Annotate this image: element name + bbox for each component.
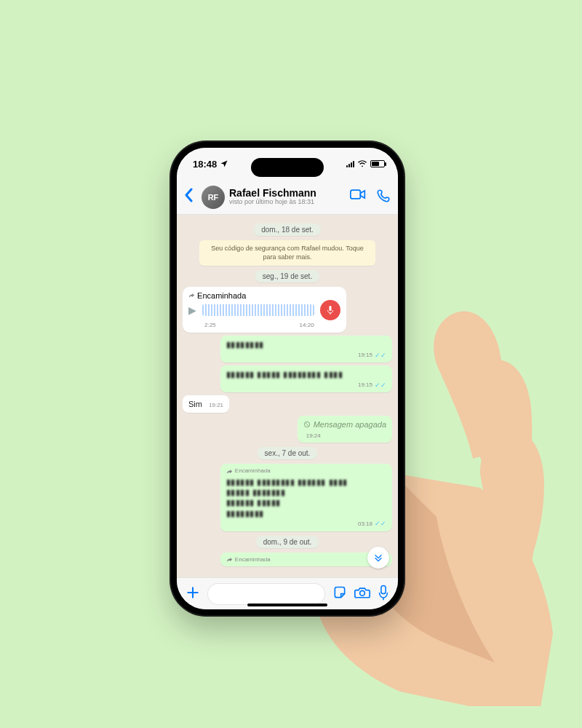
- voice-play-button[interactable]: ▶: [188, 304, 196, 316]
- video-call-button[interactable]: [350, 189, 366, 206]
- chat-header: RF Rafael Fischmann visto por último hoj…: [177, 180, 398, 215]
- message-received[interactable]: Sim 19:21: [183, 395, 229, 412]
- forwarded-label: Encaminhada: [226, 467, 386, 475]
- message-deleted[interactable]: Mensagem apagada 19:24: [298, 416, 392, 443]
- attach-button[interactable]: [186, 585, 200, 603]
- voice-timestamp: 14:20: [300, 322, 314, 328]
- message-text: ▮▮▮▮▮▮ ▮▮▮▮▮: [226, 497, 386, 507]
- mic-icon: [326, 305, 335, 315]
- wifi-icon: [357, 160, 367, 167]
- dynamic-island: [251, 158, 324, 177]
- date-separator: sex., 7 de out.: [258, 447, 318, 459]
- message-text: ▮▮▮▮▮ ▮▮▮▮▮▮▮: [226, 487, 386, 497]
- phone-frame: 18:48 RF Rafael Fischmann visto por últi…: [171, 142, 404, 615]
- contact-last-seen: visto por último hoje às 18:31: [229, 199, 346, 206]
- svg-point-0: [362, 165, 363, 167]
- message-text: ▮▮▮▮▮▮ ▮▮▮▮▮▮▮▮ ▮▮▮▮▮▮ ▮▮▮▮: [226, 477, 386, 487]
- location-arrow-icon: [220, 159, 228, 168]
- home-indicator: [247, 604, 327, 606]
- video-icon: [350, 189, 366, 200]
- phone-screen: 18:48 RF Rafael Fischmann visto por últi…: [177, 148, 398, 609]
- forwarded-label: Encaminhada: [188, 291, 340, 300]
- message-time: 19:15: [358, 381, 372, 389]
- date-separator: dom., 18 de set.: [254, 223, 321, 236]
- read-ticks-icon: ✓✓: [375, 352, 386, 360]
- message-time: 03:18: [358, 521, 372, 528]
- message-time: 19:21: [209, 402, 223, 408]
- security-notice[interactable]: Seu código de segurança com Rafael mudou…: [199, 240, 375, 266]
- contact-name: Rafael Fischmann: [229, 188, 346, 199]
- svg-point-5: [360, 590, 365, 596]
- read-ticks-icon: ✓✓: [375, 381, 386, 390]
- voice-call-button[interactable]: [376, 189, 391, 206]
- mic-button[interactable]: [378, 585, 389, 604]
- message-text: ▮▮▮▮▮▮▮▮: [226, 339, 386, 349]
- message-time: 19:15: [358, 352, 372, 359]
- sticker-button[interactable]: [332, 585, 347, 603]
- chevron-down-double-icon: [372, 552, 384, 563]
- deleted-label: Mensagem apagada: [314, 419, 386, 430]
- battery-icon: [370, 160, 385, 167]
- date-separator: dom., 9 de out.: [256, 536, 319, 548]
- status-time: 18:48: [193, 159, 217, 170]
- message-input[interactable]: [207, 583, 325, 605]
- voice-duration: 2:25: [204, 322, 216, 328]
- svg-rect-6: [381, 585, 386, 593]
- message-text: ▮▮▮▮▮▮▮▮: [226, 508, 386, 518]
- message-time: 19:24: [306, 432, 321, 439]
- message-sent[interactable]: ▮▮▮▮▮▮ ▮▮▮▮▮ ▮▮▮▮▮▮▮▮ ▮▮▮▮ 19:15✓✓: [220, 365, 392, 392]
- cellular-signal-icon: [346, 160, 354, 167]
- forwarded-label: Encaminhada: [226, 556, 386, 563]
- svg-rect-2: [329, 306, 331, 311]
- voice-waveform[interactable]: [202, 304, 314, 316]
- message-text: ▮▮▮▮▮▮ ▮▮▮▮▮ ▮▮▮▮▮▮▮▮ ▮▮▮▮: [226, 369, 386, 379]
- blocked-icon: [303, 421, 311, 428]
- read-ticks-icon: ✓✓: [375, 520, 386, 529]
- chat-scroll-area[interactable]: dom., 18 de set. Seu código de segurança…: [177, 215, 398, 577]
- contact-title[interactable]: Rafael Fischmann visto por último hoje à…: [229, 188, 346, 206]
- mic-icon: [378, 585, 389, 601]
- message-text: Sim: [188, 400, 202, 408]
- scroll-to-bottom-button[interactable]: [367, 547, 389, 569]
- forward-icon: [188, 292, 195, 298]
- voice-mic-avatar: [320, 300, 340, 320]
- phone-icon: [376, 189, 391, 203]
- contact-avatar[interactable]: RF: [202, 186, 225, 209]
- message-sent[interactable]: Encaminhada ▮▮▮▮▮▮ ▮▮▮▮▮▮▮▮ ▮▮▮▮▮▮ ▮▮▮▮ …: [220, 464, 392, 531]
- svg-rect-3: [330, 313, 330, 314]
- voice-message[interactable]: Encaminhada ▶ 2:25 14:20: [183, 287, 346, 333]
- svg-rect-1: [351, 190, 361, 199]
- date-separator: seg., 19 de set.: [255, 270, 319, 282]
- plus-icon: [186, 585, 200, 600]
- back-button[interactable]: [184, 188, 197, 207]
- forward-icon: [226, 468, 233, 475]
- forward-icon: [226, 556, 233, 563]
- chevron-left-icon: [184, 188, 194, 202]
- sticker-icon: [332, 585, 347, 600]
- camera-button[interactable]: [354, 586, 370, 602]
- camera-icon: [354, 586, 370, 599]
- message-sent[interactable]: Encaminhada: [220, 553, 392, 566]
- message-sent[interactable]: ▮▮▮▮▮▮▮▮ 19:15✓✓: [220, 336, 392, 363]
